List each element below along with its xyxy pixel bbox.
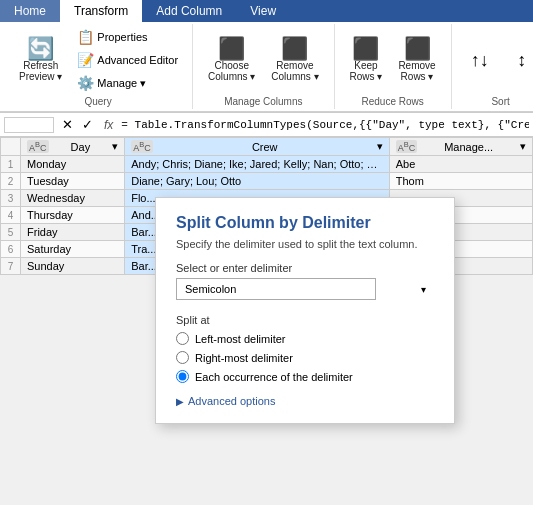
advanced-options-toggle[interactable]: ▶ Advanced options xyxy=(176,395,434,407)
sort-buttons: ↑↓ ↕ xyxy=(460,26,533,94)
formula-cancel-button[interactable]: ✕ xyxy=(58,116,76,134)
tab-view[interactable]: View xyxy=(236,0,290,22)
fx-label: fx xyxy=(104,118,113,132)
sort-desc-icon: ↕ xyxy=(517,51,526,69)
sort-asc-icon: ↑↓ xyxy=(471,51,489,69)
properties-label: Properties xyxy=(97,31,147,43)
radio-each-input[interactable] xyxy=(176,370,189,383)
radio-each[interactable]: Each occurrence of the delimiter xyxy=(176,370,434,383)
refresh-preview-button[interactable]: 🔄 RefreshPreview ▾ xyxy=(12,34,69,86)
split-at-label: Split at xyxy=(176,314,434,326)
table-area: ABC Day ▾ ABC Crew ▾ xyxy=(0,137,533,505)
dialog-title: Split Column by Delimiter xyxy=(176,214,434,232)
keep-rows-button[interactable]: ⬛ KeepRows ▾ xyxy=(343,34,390,86)
formula-bar: ✕ ✓ fx xyxy=(0,113,533,137)
tab-transform[interactable]: Transform xyxy=(60,0,142,22)
split-options-group: Left-most delimiter Right-most delimiter… xyxy=(176,332,434,383)
table-container: ABC Day ▾ ABC Crew ▾ xyxy=(0,137,533,505)
radio-rightmost-label: Right-most delimiter xyxy=(195,352,293,364)
remove-columns-icon: ⬛ xyxy=(281,38,308,60)
ribbon-tab-bar: Home Transform Add Column View xyxy=(0,0,533,22)
sort-asc-button[interactable]: ↑↓ xyxy=(460,47,500,73)
query-small-buttons: 📋 Properties 📝 Advanced Editor ⚙️ Manage… xyxy=(71,26,184,94)
advanced-options-arrow-icon: ▶ xyxy=(176,396,184,407)
remove-rows-label: RemoveRows ▾ xyxy=(398,60,435,82)
radio-rightmost[interactable]: Right-most delimiter xyxy=(176,351,434,364)
delimiter-select[interactable]: Semicolon Comma Tab Space Colon Custom xyxy=(176,278,376,300)
delimiter-select-wrap: Semicolon Comma Tab Space Colon Custom ▾ xyxy=(176,278,434,300)
choose-columns-icon: ⬛ xyxy=(218,38,245,60)
radio-each-label: Each occurrence of the delimiter xyxy=(195,371,353,383)
formula-accept-button[interactable]: ✓ xyxy=(78,116,96,134)
tab-home[interactable]: Home xyxy=(0,0,60,22)
formula-bar-controls: ✕ ✓ xyxy=(58,116,96,134)
advanced-options-label: Advanced options xyxy=(188,395,275,407)
dialog-desc: Specify the delimiter used to split the … xyxy=(176,238,434,250)
ribbon: Home Transform Add Column View 🔄 Refresh… xyxy=(0,0,533,113)
name-box[interactable] xyxy=(4,117,54,133)
refresh-icon: 🔄 xyxy=(27,38,54,60)
keep-rows-icon: ⬛ xyxy=(352,38,379,60)
manage-columns-group-label: Manage Columns xyxy=(224,96,302,107)
radio-rightmost-input[interactable] xyxy=(176,351,189,364)
reduce-rows-group-label: Reduce Rows xyxy=(361,96,423,107)
select-arrow-icon: ▾ xyxy=(421,284,426,295)
radio-leftmost-label: Left-most delimiter xyxy=(195,333,285,345)
remove-rows-icon: ⬛ xyxy=(404,38,431,60)
manage-columns-buttons: ⬛ ChooseColumns ▾ ⬛ RemoveColumns ▾ xyxy=(201,26,326,94)
advanced-editor-button[interactable]: 📝 Advanced Editor xyxy=(71,49,184,71)
choose-columns-label: ChooseColumns ▾ xyxy=(208,60,255,82)
query-group-label: Query xyxy=(84,96,111,107)
dialog-overlay: Split Column by Delimiter Specify the de… xyxy=(0,137,533,505)
manage-label: Manage ▾ xyxy=(97,77,146,90)
keep-rows-label: KeepRows ▾ xyxy=(350,60,383,82)
ribbon-group-manage-columns: ⬛ ChooseColumns ▾ ⬛ RemoveColumns ▾ Mana… xyxy=(193,24,335,109)
ribbon-group-sort: ↑↓ ↕ Sort xyxy=(452,24,533,109)
properties-icon: 📋 xyxy=(77,29,94,45)
remove-columns-label: RemoveColumns ▾ xyxy=(271,60,318,82)
select-delimiter-label: Select or enter delimiter xyxy=(176,262,434,274)
sort-desc-button[interactable]: ↕ xyxy=(502,47,533,73)
ribbon-group-query: 🔄 RefreshPreview ▾ 📋 Properties 📝 Advanc… xyxy=(4,24,193,109)
refresh-preview-label: RefreshPreview ▾ xyxy=(19,60,62,82)
remove-columns-button[interactable]: ⬛ RemoveColumns ▾ xyxy=(264,34,325,86)
query-buttons: 🔄 RefreshPreview ▾ 📋 Properties 📝 Advanc… xyxy=(12,26,184,94)
manage-button[interactable]: ⚙️ Manage ▾ xyxy=(71,72,184,94)
reduce-rows-buttons: ⬛ KeepRows ▾ ⬛ RemoveRows ▾ xyxy=(343,26,443,94)
advanced-editor-icon: 📝 xyxy=(77,52,94,68)
formula-input[interactable] xyxy=(121,119,529,131)
radio-leftmost[interactable]: Left-most delimiter xyxy=(176,332,434,345)
manage-icon: ⚙️ xyxy=(77,75,94,91)
properties-button[interactable]: 📋 Properties xyxy=(71,26,184,48)
sort-group-label: Sort xyxy=(491,96,509,107)
split-column-dialog: Split Column by Delimiter Specify the de… xyxy=(155,197,455,424)
radio-leftmost-input[interactable] xyxy=(176,332,189,345)
ribbon-group-reduce-rows: ⬛ KeepRows ▾ ⬛ RemoveRows ▾ Reduce Rows xyxy=(335,24,452,109)
choose-columns-button[interactable]: ⬛ ChooseColumns ▾ xyxy=(201,34,262,86)
remove-rows-button[interactable]: ⬛ RemoveRows ▾ xyxy=(391,34,442,86)
tab-add-column[interactable]: Add Column xyxy=(142,0,236,22)
advanced-editor-label: Advanced Editor xyxy=(97,54,178,66)
ribbon-content: 🔄 RefreshPreview ▾ 📋 Properties 📝 Advanc… xyxy=(0,22,533,112)
